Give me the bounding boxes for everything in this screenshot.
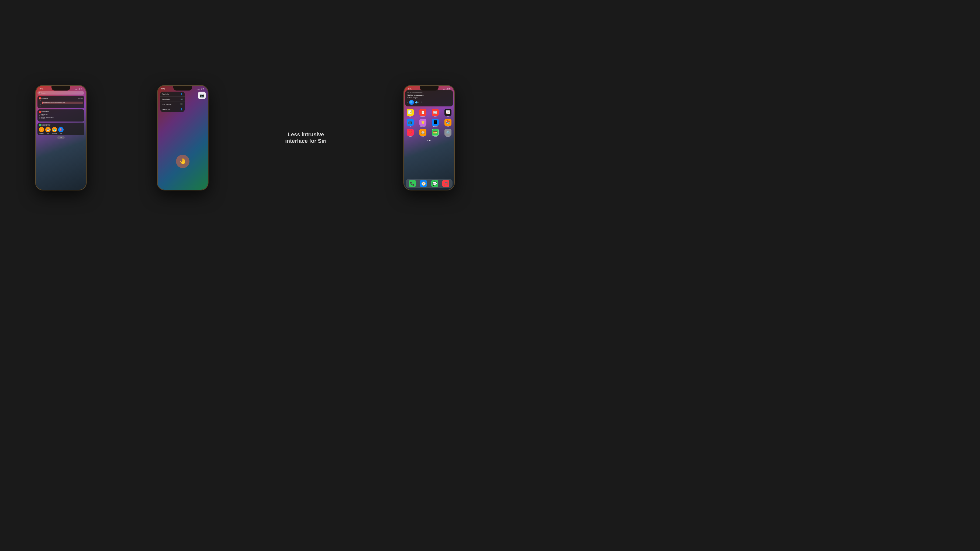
app-row-3: ❤️ Health 🏠 Home 💳 Wallet ⚙️ Settings	[405, 129, 453, 137]
nearby-gas[interactable]: ⛽ Gas	[58, 127, 64, 134]
siri-card: Hey Siri play me some music Tap to Edit …	[406, 90, 453, 106]
itunes-label: iTunes Store	[420, 126, 426, 127]
page-dots	[404, 140, 454, 141]
app-wallet[interactable]: 💳 Wallet	[430, 129, 441, 137]
center-description: Less intrusiveinterface for Siri	[279, 131, 333, 144]
reminder-item-2: NoctisXI - iOS Dark Mode 9:00 AM	[39, 117, 83, 119]
status-time-1: 9:41	[40, 88, 43, 90]
health-icon: ❤️	[407, 129, 414, 136]
portrait-icon: 👤	[180, 108, 183, 111]
gas-label: Gas	[60, 133, 62, 134]
app-home[interactable]: 🏠 Home	[418, 129, 428, 137]
dock-safari-icon: 🧭	[420, 180, 427, 187]
selfie-icon: 👤	[180, 93, 183, 95]
app-reminders[interactable]: 📋 Reminders	[418, 109, 428, 117]
dock-phone-icon: 📞	[409, 180, 416, 187]
reminder-item-1: Walk the dog Today	[39, 114, 83, 116]
tv-label: TV	[410, 126, 411, 127]
maps-widget-header: MAPS NEARBY	[39, 124, 83, 126]
wave-bar-1	[415, 102, 416, 103]
nearby-breakfast[interactable]: 🍴 Breakfast	[39, 127, 44, 134]
siri-controls: ? 🎤	[407, 100, 451, 105]
reminders-app-icon: 📋	[419, 109, 426, 116]
app-books[interactable]: 📚 Books	[443, 119, 453, 127]
home-label: Home	[422, 136, 424, 137]
phone-control-center: 9:41 ▲▲▲ ⓦ 90 📷 Take Selfie 👤 Record Vid…	[157, 85, 208, 190]
nearby-coffee[interactable]: ☕ Coffee	[45, 127, 51, 134]
maps-widget-title: MAPS NEARBY	[39, 124, 50, 126]
wallet-label: Wallet	[434, 136, 437, 137]
edit-button[interactable]: Edit	[57, 137, 65, 139]
appstore-icon: 🅰	[432, 119, 439, 126]
reminders-app-label: Reminders	[420, 116, 425, 117]
app-health[interactable]: ❤️ Health	[405, 129, 415, 137]
app-appstore[interactable]: 🅰 App Store	[430, 119, 441, 127]
tv-icon: 📺	[407, 119, 414, 126]
reminders-widget-title: REMINDERS	[39, 111, 49, 113]
reminders-icon	[39, 111, 41, 113]
maps-icon	[39, 124, 41, 126]
app-itunes[interactable]: ⭐ iTunes Store	[418, 119, 428, 127]
dock-messages[interactable]: 💬	[431, 180, 438, 187]
calendar-show-less[interactable]: Show Less	[78, 98, 83, 99]
menu-record-video[interactable]: Record Video 📹	[161, 97, 185, 102]
wave-bar-3	[417, 102, 417, 103]
status-icons-3: ▲▲▲ ⓦ 90	[443, 88, 450, 90]
app-settings[interactable]: ⚙️ Settings	[443, 129, 453, 137]
cal-9am: 9 AM	[39, 106, 83, 107]
reminder-circle-1	[39, 114, 40, 116]
video-icon: 📹	[180, 98, 183, 100]
menu-scan-qr[interactable]: Scan QR Code ⬛	[161, 102, 185, 107]
cal-event: Follow AppleiDesigner and LaughingQuoll …	[42, 102, 83, 104]
app-stocks[interactable]: 📈 Stock	[443, 109, 453, 117]
wave-bar-4	[418, 101, 418, 104]
camera-context-menu: Take Selfie 👤 Record Video 📹 Scan QR Cod…	[161, 92, 185, 112]
calendar-widget: 18 CALENDAR Show Less 7 AM Follow Applei…	[37, 96, 84, 108]
dock-safari[interactable]: 🧭	[420, 180, 427, 187]
search-icon: 🔍	[39, 92, 41, 94]
settings-label: Settings	[446, 136, 450, 137]
phone2-screen: 9:41 ▲▲▲ ⓦ 90 📷 Take Selfie 👤 Record Vid…	[158, 86, 208, 190]
nearby-grid: 🍴 Breakfast ☕ Coffee 🏪 Convenience ⛽ Gas	[39, 127, 83, 134]
dock-music[interactable]: 🎵	[442, 180, 449, 187]
siri-orb	[409, 100, 414, 105]
menu-take-selfie[interactable]: Take Selfie 👤	[161, 92, 185, 97]
reminders-widget-header: REMINDERS	[39, 111, 83, 113]
camera-button[interactable]: 📷	[198, 92, 206, 99]
dock-messages-icon: 💬	[431, 180, 438, 187]
status-bar-2: 9:41 ▲▲▲ ⓦ 90	[158, 86, 208, 90]
convenience-label: Convenience	[52, 133, 57, 134]
status-icons-2: ▲▲▲ ⓦ 90	[196, 88, 204, 90]
mic-icon: 🎤	[420, 101, 422, 103]
status-time-3: 9:41	[408, 88, 412, 90]
question-icon: ?	[407, 102, 408, 103]
app-notes[interactable]: 📝 Notes	[405, 109, 415, 117]
wave-bar-5	[418, 102, 419, 103]
dock-music-icon: 🎵	[442, 180, 449, 187]
notes-icon: 📝	[407, 109, 414, 116]
siri-waveform	[415, 101, 419, 104]
dock-phone[interactable]: 📞	[409, 180, 416, 187]
page-dot-1	[427, 140, 428, 141]
reminders-widget: REMINDERS Walk the dog Today NoctisXI - …	[37, 110, 84, 122]
app-tv[interactable]: 📺 TV	[405, 119, 415, 127]
news-label: News	[434, 116, 437, 117]
gesture-indicator: 🤚	[176, 155, 189, 168]
status-bar-1: 9:41 ▲▲▲ ⓦ 90	[36, 86, 86, 90]
menu-take-portrait[interactable]: Take Portrait 👤	[161, 107, 185, 112]
search-bar[interactable]: 🔍 Search	[37, 91, 84, 95]
nearby-convenience[interactable]: 🏪 Convenience	[52, 127, 57, 134]
reminder-sub-1: Today	[41, 115, 48, 116]
convenience-icon: 🏪	[52, 127, 57, 132]
scan-qr-label: Scan QR Code	[162, 103, 172, 105]
reminder-circle-2	[39, 117, 40, 119]
reminder-sub-2: 9:00 AM	[41, 118, 54, 119]
app-news[interactable]: 📰 News	[430, 109, 441, 117]
wave-bar-2	[416, 101, 417, 103]
siri-section: Hey Siri play me some music Tap to Edit …	[404, 90, 454, 108]
coffee-label: Coffee	[47, 133, 49, 134]
maps-widget: MAPS NEARBY 🍴 Breakfast ☕ Coffee 🏪 Conve…	[37, 122, 84, 135]
app-row-2: 📺 TV ⭐ iTunes Store 🅰 App Store 📚 Books	[405, 119, 453, 127]
record-video-label: Record Video	[162, 98, 170, 100]
phone-today-view: 9:41 ▲▲▲ ⓦ 90 🔍 Search 18 CALENDAR Show …	[35, 85, 86, 190]
